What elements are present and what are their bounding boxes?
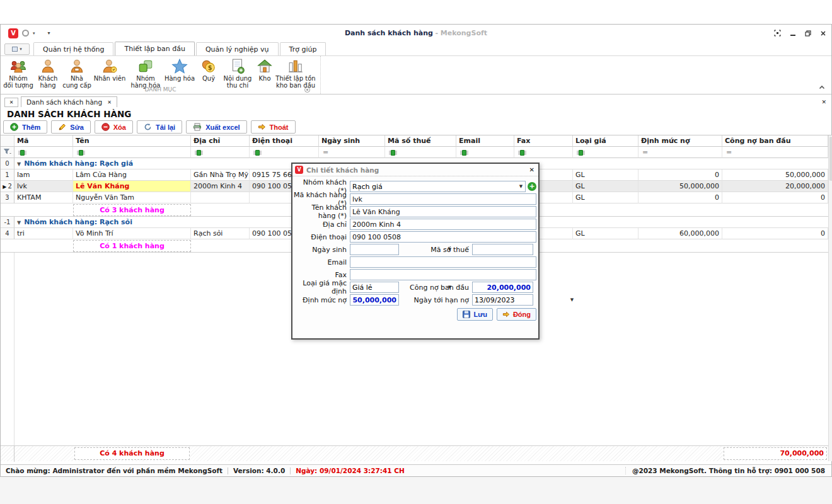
- close-icon[interactable]: ✕: [529, 166, 534, 173]
- birthdate-combo[interactable]: ▼: [350, 244, 399, 255]
- ribbon-item-cash-content[interactable]: Nội dung thu chi: [221, 57, 254, 89]
- filter-cell-ma-so-thue[interactable]: [385, 147, 456, 158]
- save-button[interactable]: Lưu: [457, 308, 492, 321]
- customer-group-combo[interactable]: ▼: [350, 181, 526, 192]
- filter-cell-ma[interactable]: [14, 147, 73, 158]
- customer-name-field[interactable]: [350, 206, 536, 217]
- column-header-dia-chi[interactable]: Địa chỉ: [191, 135, 250, 147]
- cell-ma[interactable]: tri: [14, 228, 73, 239]
- restore-button[interactable]: [805, 30, 811, 37]
- chevron-down-icon[interactable]: ▼: [517, 184, 525, 189]
- column-header-ten[interactable]: Tên: [73, 135, 191, 147]
- dialog-title-bar[interactable]: V Chi tiết khách hàng ✕: [292, 164, 538, 176]
- cell-ten[interactable]: Nguyễn Văn Tam: [73, 192, 191, 203]
- debt-due-date-input[interactable]: [473, 295, 568, 304]
- minimize-button[interactable]: [790, 30, 796, 37]
- column-header-dinh-muc-no[interactable]: Định mức nợ: [638, 135, 722, 147]
- ribbon-tab-help[interactable]: Trợ giúp: [280, 42, 326, 55]
- filter-cell-fax[interactable]: [514, 147, 573, 158]
- close-tab-button[interactable]: ✕: [4, 98, 18, 107]
- collapse-group-icon[interactable]: ▼: [17, 220, 21, 226]
- address-field[interactable]: [350, 219, 536, 230]
- column-header-cong-no[interactable]: Công nợ ban đầu: [722, 135, 828, 147]
- application-menu-button[interactable]: ▾: [4, 43, 30, 55]
- ribbon-tab-operations[interactable]: Quản lý nghiệp vụ: [196, 42, 279, 55]
- collapse-group-icon[interactable]: ▼: [17, 161, 21, 167]
- filter-cell-ten[interactable]: [73, 147, 191, 158]
- debt-limit-field[interactable]: [350, 294, 399, 306]
- scrollbar-thumb[interactable]: [829, 137, 832, 181]
- cell-cong-no[interactable]: 20,000,000: [722, 181, 828, 192]
- cell-dinh-muc-no[interactable]: 50,000,000: [638, 181, 722, 192]
- close-button[interactable]: [820, 30, 826, 37]
- cell-loai-gia[interactable]: GL: [573, 192, 638, 203]
- price-type-combo[interactable]: ▼: [350, 282, 399, 293]
- filter-cell-dinh-muc-no[interactable]: =: [638, 147, 722, 158]
- close-document-icon[interactable]: ✕: [821, 99, 826, 105]
- cell-ten-focused[interactable]: Lê Văn Kháng: [73, 181, 191, 192]
- tax-code-field[interactable]: [472, 244, 533, 255]
- cell-dia-chi[interactable]: Rạch sỏi: [191, 228, 250, 239]
- fit-screen-button[interactable]: [774, 30, 781, 37]
- ribbon-tab-initial-setup[interactable]: Thiết lập ban đầu: [115, 42, 195, 55]
- cell-loai-gia[interactable]: GL: [573, 181, 638, 192]
- collapse-ribbon-icon[interactable]: [819, 83, 825, 91]
- ribbon-item-warehouse[interactable]: Kho: [254, 57, 275, 82]
- cell-ma[interactable]: KHTAM: [14, 192, 73, 203]
- cell-dinh-muc-no[interactable]: 0: [638, 169, 722, 181]
- debt-due-date-combo[interactable]: ▼: [472, 294, 533, 306]
- vertical-scrollbar[interactable]: [828, 135, 832, 461]
- customer-group-input[interactable]: [350, 182, 517, 191]
- email-field[interactable]: [350, 256, 536, 268]
- cell-ma[interactable]: lvk: [14, 181, 73, 192]
- add-group-button[interactable]: +: [528, 182, 536, 191]
- ribbon-item-funds[interactable]: $ Quỹ: [196, 57, 221, 82]
- export-excel-button[interactable]: Xuất excel: [186, 120, 246, 134]
- cell-ten[interactable]: Lâm Cửa Hàng: [73, 169, 191, 181]
- delete-button[interactable]: Xóa: [95, 120, 133, 134]
- filter-cell-dia-chi[interactable]: [191, 147, 250, 158]
- cell-dinh-muc-no[interactable]: 0: [638, 192, 722, 203]
- cell-ma[interactable]: lam: [14, 169, 73, 181]
- chevron-down-icon[interactable]: ▾: [33, 31, 35, 36]
- ribbon-tab-system[interactable]: Quản trị hệ thống: [33, 42, 113, 55]
- cell-dia-chi[interactable]: [191, 192, 250, 203]
- edit-button[interactable]: Sửa: [51, 120, 90, 134]
- cell-dinh-muc-no[interactable]: 60,000,000: [638, 228, 722, 239]
- chevron-down-icon[interactable]: ▼: [568, 297, 576, 302]
- cell-loai-gia[interactable]: GL: [573, 228, 638, 239]
- opening-debt-field[interactable]: [472, 282, 533, 293]
- ribbon-item-initial-stock[interactable]: Thiết lập tồn kho ban đầu: [275, 57, 316, 89]
- cell-cong-no[interactable]: 0: [722, 192, 828, 203]
- group-dialog-launcher-icon[interactable]: [304, 87, 310, 93]
- column-header-dien-thoai[interactable]: Điện thoại: [250, 135, 319, 147]
- cell-loai-gia[interactable]: GL: [573, 169, 638, 181]
- ribbon-item-products[interactable]: Hàng hóa: [163, 57, 196, 82]
- filter-cell-email[interactable]: [456, 147, 514, 158]
- column-header-ma-so-thue[interactable]: Mã số thuế: [385, 135, 456, 147]
- toolbar-options-icon[interactable]: ▾: [48, 30, 50, 36]
- filter-cell-cong-no[interactable]: =: [722, 147, 828, 158]
- column-header-loai-gia[interactable]: Loại giá: [573, 135, 638, 147]
- cell-dia-chi[interactable]: Gần Nhà Trọ Mỹ X...: [191, 169, 250, 181]
- column-header-email[interactable]: Email: [456, 135, 514, 147]
- document-tab-customers[interactable]: Danh sách khách hàng ✕: [21, 96, 117, 107]
- cell-dia-chi[interactable]: 2000m Kinh 4: [191, 181, 250, 192]
- fax-field[interactable]: [350, 269, 536, 280]
- filter-cell-dien-thoai[interactable]: [250, 147, 319, 158]
- cell-ten[interactable]: Võ Minh Trí: [73, 228, 191, 239]
- close-icon[interactable]: ✕: [107, 100, 112, 105]
- reload-button[interactable]: Tải lại: [137, 120, 182, 134]
- column-header-fax[interactable]: Fax: [514, 135, 573, 147]
- cell-cong-no[interactable]: 50,000,000: [722, 169, 828, 181]
- customer-code-field[interactable]: [350, 193, 536, 205]
- phone-field[interactable]: [350, 231, 536, 243]
- ribbon-item-customers[interactable]: Khách hàng: [33, 57, 62, 89]
- filter-cell-loai-gia[interactable]: [573, 147, 638, 158]
- add-button[interactable]: Thêm: [3, 120, 47, 134]
- ribbon-item-object-groups[interactable]: Nhóm đối tượng: [3, 57, 33, 89]
- filter-cell-ngay-sinh[interactable]: =: [319, 147, 385, 158]
- close-dialog-button[interactable]: Đóng: [497, 308, 536, 321]
- column-header-ngay-sinh[interactable]: Ngày sinh: [319, 135, 385, 147]
- exit-button[interactable]: Thoát: [251, 120, 296, 134]
